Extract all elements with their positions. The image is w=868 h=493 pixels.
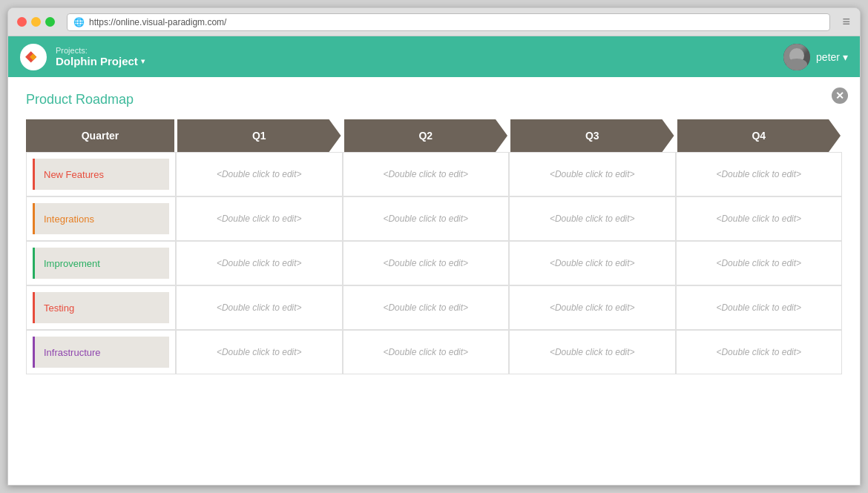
main-content: ✕ Product Roadmap Quarter Q1 Q2 Q3 (8, 77, 860, 486)
category-cell: Integrations (26, 196, 176, 241)
edit-cell-new-features-q3[interactable]: <Double click to edit> (509, 152, 676, 196)
quarter-col-header: Quarter (26, 119, 176, 152)
edit-cell-infrastructure-q4[interactable]: <Double click to edit> (676, 330, 843, 374)
address-globe-icon: 🌐 (73, 17, 85, 27)
edit-cell-improvement-q4[interactable]: <Double click to edit> (676, 241, 843, 285)
q2-arrow: Q2 (344, 119, 508, 152)
category-cell: Infrastructure (26, 330, 176, 374)
table-row: Improvement<Double click to edit><Double… (26, 241, 842, 285)
edit-cell-integrations-q2[interactable]: <Double click to edit> (343, 196, 510, 241)
user-name[interactable]: peter ▾ (816, 51, 848, 63)
category-label-integrations: Integrations (33, 203, 169, 234)
edit-cell-new-features-q2[interactable]: <Double click to edit> (343, 152, 510, 196)
roadmap-table: Quarter Q1 Q2 Q3 Q4 (26, 119, 842, 374)
edit-cell-improvement-q2[interactable]: <Double click to edit> (343, 241, 510, 285)
avatar-image (783, 44, 810, 70)
edit-cell-integrations-q1[interactable]: <Double click to edit> (176, 196, 343, 241)
table-row: Integrations<Double click to edit><Doubl… (26, 196, 842, 241)
project-name[interactable]: Dolphin Project ▾ (56, 55, 145, 67)
avatar (783, 44, 810, 70)
category-cell: New Features (26, 152, 176, 196)
category-label-improvement: Improvement (33, 248, 169, 279)
close-button[interactable]: ✕ (832, 87, 848, 104)
minimize-traffic-light[interactable] (31, 17, 41, 27)
edit-cell-testing-q2[interactable]: <Double click to edit> (343, 285, 510, 330)
q1-arrow: Q1 (177, 119, 341, 152)
edit-cell-new-features-q4[interactable]: <Double click to edit> (676, 152, 843, 196)
category-cell: Testing (26, 285, 176, 330)
q3-arrow: Q3 (510, 119, 674, 152)
project-dropdown-arrow: ▾ (141, 57, 145, 65)
edit-cell-testing-q1[interactable]: <Double click to edit> (176, 285, 343, 330)
browser-titlebar: 🌐 https://online.visual-paradigm.com/ ≡ (8, 8, 860, 36)
page-title: Product Roadmap (26, 92, 842, 107)
user-dropdown-arrow: ▾ (843, 51, 848, 63)
edit-cell-integrations-q3[interactable]: <Double click to edit> (509, 196, 676, 241)
table-row: Testing<Double click to edit><Double cli… (26, 285, 842, 330)
browser-window: 🌐 https://online.visual-paradigm.com/ ≡ … (7, 7, 861, 486)
table-row: New Features<Double click to edit><Doubl… (26, 152, 842, 196)
category-label-testing: Testing (33, 292, 169, 323)
table-row: Infrastructure<Double click to edit><Dou… (26, 330, 842, 374)
category-cell: Improvement (26, 241, 176, 285)
address-bar[interactable]: 🌐 https://online.visual-paradigm.com/ (67, 13, 830, 31)
browser-menu-icon[interactable]: ≡ (842, 14, 851, 30)
header-row: Quarter Q1 Q2 Q3 Q4 (26, 119, 842, 152)
edit-cell-improvement-q3[interactable]: <Double click to edit> (509, 241, 676, 285)
edit-cell-infrastructure-q2[interactable]: <Double click to edit> (343, 330, 510, 374)
q4-arrow: Q4 (677, 119, 841, 152)
q4-header: Q4 (676, 119, 843, 152)
url-text: https://online.visual-paradigm.com/ (89, 17, 226, 27)
close-traffic-light[interactable] (17, 17, 27, 27)
q3-header: Q3 (509, 119, 676, 152)
category-label-infrastructure: Infrastructure (33, 337, 169, 368)
q1-header: Q1 (176, 119, 343, 152)
projects-label: Projects: (56, 46, 145, 55)
traffic-lights (17, 17, 55, 27)
app-header: Projects: Dolphin Project ▾ peter ▾ (8, 36, 860, 77)
app-logo (20, 44, 47, 70)
roadmap-body: New Features<Double click to edit><Doubl… (26, 152, 842, 374)
category-label-new-features: New Features (33, 159, 169, 190)
edit-cell-new-features-q1[interactable]: <Double click to edit> (176, 152, 343, 196)
maximize-traffic-light[interactable] (45, 17, 55, 27)
logo-icon (24, 48, 42, 66)
edit-cell-improvement-q1[interactable]: <Double click to edit> (176, 241, 343, 285)
edit-cell-testing-q4[interactable]: <Double click to edit> (676, 285, 843, 330)
edit-cell-infrastructure-q1[interactable]: <Double click to edit> (176, 330, 343, 374)
q2-header: Q2 (343, 119, 510, 152)
edit-cell-infrastructure-q3[interactable]: <Double click to edit> (509, 330, 676, 374)
quarter-label: Quarter (26, 119, 174, 152)
project-info: Projects: Dolphin Project ▾ (56, 46, 145, 67)
edit-cell-testing-q3[interactable]: <Double click to edit> (509, 285, 676, 330)
edit-cell-integrations-q4[interactable]: <Double click to edit> (676, 196, 843, 241)
